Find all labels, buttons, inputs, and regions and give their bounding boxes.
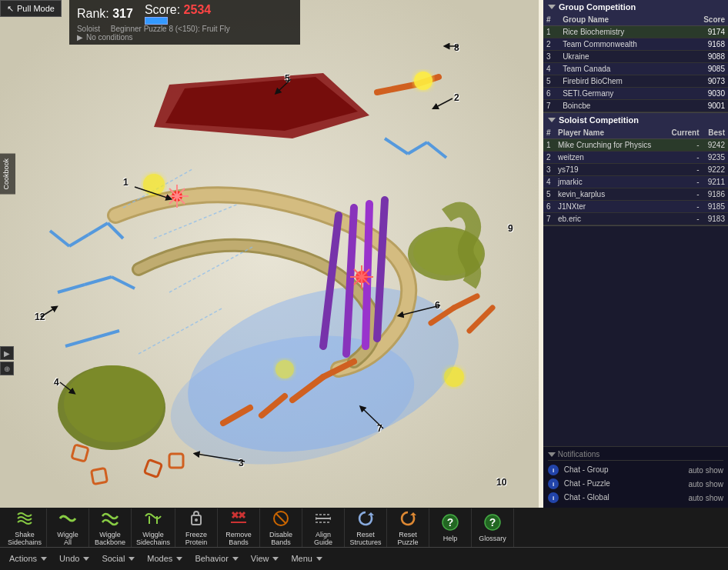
- soloist-competition-header[interactable]: Soloist Competition: [543, 113, 728, 127]
- svg-point-55: [444, 367, 464, 387]
- group-score-cell: 9073: [685, 75, 728, 88]
- soloist-current-cell: -: [665, 164, 703, 176]
- soloist-table-row: 2 weitzen - 9235: [543, 152, 728, 164]
- soloist-competition-section: Soloist Competition # Player Name Curren…: [543, 113, 728, 226]
- freeze-protein-button[interactable]: FreezeProtein: [175, 508, 218, 547]
- behavior-dropdown-icon: [232, 557, 239, 561]
- reset-puzzle-button[interactable]: ResetPuzzle: [387, 508, 429, 547]
- soloist-best-cell: 9235: [703, 152, 728, 164]
- group-table-row: 2 Team Commonwealth 9168: [543, 38, 728, 51]
- soloist-table-row: 4 jmarkic - 9211: [543, 176, 728, 188]
- svg-marker-80: [328, 517, 331, 520]
- soloist-col-name: Player Name: [555, 127, 665, 139]
- group-score-cell: 9001: [685, 100, 728, 112]
- svg-point-68: [195, 518, 198, 522]
- menu-dropdown-icon: [316, 557, 322, 561]
- shake-sidechains-label: ShakeSidechains: [8, 531, 42, 546]
- group-score-cell: 9088: [685, 51, 728, 63]
- soloist-competition-title: Soloist Competition: [559, 115, 639, 125]
- social-label: Social: [102, 554, 125, 563]
- notif-label: i Chat - Group: [548, 465, 609, 475]
- wiggle-sidechains-label: WiggleSidechains: [136, 531, 170, 546]
- group-competition-header[interactable]: Group Competition: [543, 0, 728, 14]
- reset-structures-button[interactable]: ResetStructures: [345, 508, 387, 547]
- shake-sidechains-button[interactable]: ShakeSidechains: [3, 508, 47, 547]
- soloist-table-row: 7 eb.eric - 9183: [543, 213, 728, 225]
- soloist-rank-cell: 2: [543, 152, 555, 164]
- menu-view[interactable]: View: [245, 548, 286, 569]
- align-guide-button[interactable]: AlignGuide: [302, 508, 345, 547]
- group-competition-table: # Group Name Score 1 Rice Biochemistry 9…: [543, 14, 728, 112]
- group-name-cell: Team Canada: [559, 63, 685, 75]
- soloist-best-cell: 9211: [703, 176, 728, 188]
- group-table-row: 6 SETI.Germany 9030: [543, 88, 728, 100]
- glossary-label: Glossary: [479, 535, 506, 542]
- right-panel: Group Competition # Group Name Score 1 R…: [543, 0, 728, 508]
- cookbook-panel[interactable]: Cookbook: [0, 154, 15, 195]
- soloist-current-cell: -: [665, 201, 703, 213]
- remove-bands-button[interactable]: RemoveBands: [218, 508, 260, 547]
- notifications-panel: Notifications i Chat - Group auto show i…: [543, 446, 728, 508]
- group-col-score: Score: [685, 14, 728, 26]
- group-table-row: 5 Firebird BioChem 9073: [543, 75, 728, 88]
- notification-row: i Chat - Puzzle auto show: [548, 477, 723, 491]
- group-table-row: 1 Rice Biochemistry 9174: [543, 26, 728, 38]
- notif-auto-show: auto show: [688, 494, 723, 502]
- wiggle-all-icon: [58, 508, 78, 528]
- sidebar-btn-1[interactable]: ▶: [0, 346, 14, 360]
- soloist-current-cell: -: [665, 176, 703, 188]
- wiggle-backbone-icon: [100, 508, 120, 528]
- align-guide-label: AlignGuide: [314, 531, 332, 546]
- soloist-rank-cell: 6: [543, 201, 555, 213]
- sidebar-btn-2[interactable]: ⊕: [0, 362, 14, 375]
- group-name-cell: SETI.Germany: [559, 88, 685, 100]
- soloist-rank-cell: 7: [543, 213, 555, 225]
- wiggle-backbone-button[interactable]: WiggleBackbone: [89, 508, 132, 547]
- energy-bar: [145, 17, 168, 25]
- soloist-current-cell: -: [665, 188, 703, 201]
- group-table-row: 3 Ukraine 9088: [543, 51, 728, 63]
- group-name-cell: Firebird BioChem: [559, 75, 685, 88]
- reset-structures-label: ResetStructures: [350, 531, 382, 546]
- menu-social[interactable]: Social: [95, 548, 141, 569]
- help-button[interactable]: ? Help: [429, 508, 472, 547]
- soloist-name-cell: ys719: [555, 164, 665, 176]
- menu-menu[interactable]: Menu: [285, 548, 329, 569]
- svg-point-53: [143, 174, 165, 195]
- svg-marker-79: [316, 517, 319, 520]
- group-score-cell: 9168: [685, 38, 728, 51]
- soloist-rank-cell: 3: [543, 164, 555, 176]
- group-name-cell: Ukraine: [559, 51, 685, 63]
- glossary-button[interactable]: ? Glossary: [472, 508, 514, 547]
- soloist-name-cell: eb.eric: [555, 213, 665, 225]
- menu-modes[interactable]: Modes: [141, 548, 189, 569]
- undo-dropdown-icon: [83, 557, 89, 561]
- group-rank-cell: 6: [543, 88, 559, 100]
- align-guide-icon: [313, 508, 333, 528]
- svg-marker-81: [368, 512, 374, 515]
- wiggle-sidechains-button[interactable]: WiggleSidechains: [132, 508, 175, 547]
- behavior-label: Behavior: [195, 554, 228, 563]
- undo-label: Undo: [59, 554, 79, 563]
- group-name-cell: Rice Biochemistry: [559, 26, 685, 38]
- actions-dropdown-icon: [41, 557, 47, 561]
- modes-label: Modes: [147, 554, 172, 563]
- menu-undo[interactable]: Undo: [53, 548, 95, 569]
- disable-bands-button[interactable]: DisableBands: [260, 508, 302, 547]
- reset-structures-icon: [356, 508, 376, 528]
- soloist-table-row: 1 Mike Crunching for Physics - 9242: [543, 139, 728, 152]
- wiggle-sidechains-icon: [143, 508, 163, 528]
- actions-label: Actions: [9, 554, 37, 563]
- soloist-name-cell: weitzen: [555, 152, 665, 164]
- group-rank-cell: 1: [543, 26, 559, 38]
- menu-actions[interactable]: Actions: [3, 548, 53, 569]
- soloist-table-row: 3 ys719 - 9222: [543, 164, 728, 176]
- pull-mode-button[interactable]: ↖ Pull Mode: [0, 0, 62, 17]
- soloist-name-cell: jmarkic: [555, 176, 665, 188]
- menu-behavior[interactable]: Behavior: [189, 548, 244, 569]
- glossary-icon: ?: [483, 512, 503, 532]
- soloist-col-rank: #: [543, 127, 555, 139]
- notif-label: i Chat - Puzzle: [548, 478, 610, 489]
- wiggle-all-button[interactable]: WiggleAll: [47, 508, 89, 547]
- svg-marker-82: [410, 512, 416, 515]
